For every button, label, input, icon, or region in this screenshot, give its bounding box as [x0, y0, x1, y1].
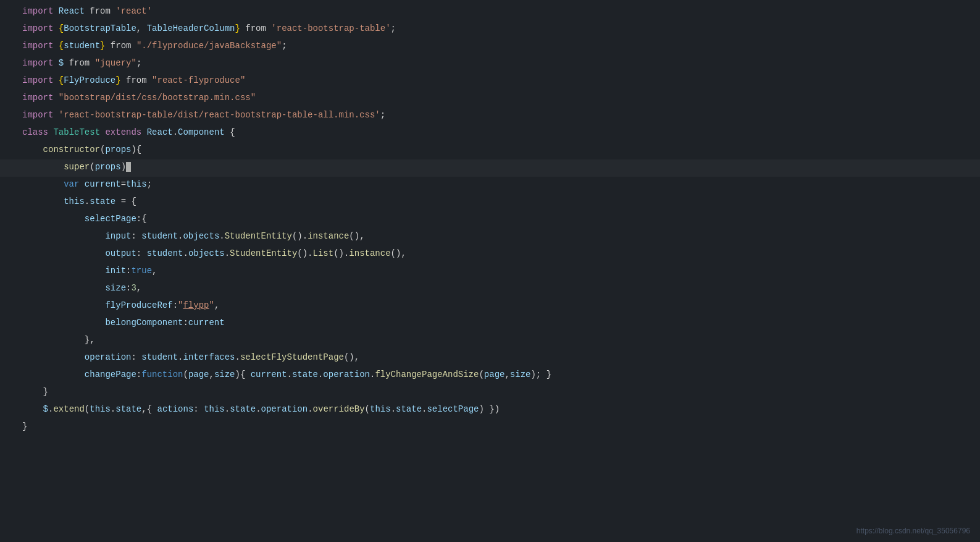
code-line-18: flyProduceRef:"flypp", [0, 298, 980, 315]
line-content-13: selectPage:{ [20, 212, 980, 226]
line-content-23: } [20, 385, 980, 399]
code-line-15: output: student.objects.StudentEntity().… [0, 246, 980, 263]
code-line-12: this.state = { [0, 194, 980, 211]
line-content-19: belongComponent:current [20, 316, 980, 329]
line-content-8: class TableTest extends React.Component … [20, 125, 980, 139]
line-content-20: }, [20, 333, 980, 347]
code-lines: import React from 'react' import {Bootst… [0, 0, 980, 440]
code-line-8: class TableTest extends React.Component … [0, 125, 980, 142]
line-content-1: import React from 'react' [20, 4, 980, 18]
code-line-16: init:true, [0, 263, 980, 281]
line-content-11: var current=this; [20, 177, 980, 191]
line-content-10: super(props) [20, 160, 980, 174]
code-line-1: import React from 'react' [0, 4, 980, 21]
code-line-17: size:3, [0, 281, 980, 298]
code-line-23: } [0, 384, 980, 402]
code-line-25: } [0, 419, 980, 436]
code-line-3: import {student} from "./flyproduce/java… [0, 38, 980, 56]
code-line-4: import $ from "jquery"; [0, 56, 980, 73]
code-line-11: var current=this; [0, 177, 980, 194]
line-content-16: init:true, [20, 264, 980, 277]
line-content-12: this.state = { [20, 195, 980, 208]
line-content-7: import 'react-bootstrap-table/dist/react… [20, 108, 980, 122]
code-line-2: import {BootstrapTable, TableHeaderColum… [0, 21, 980, 38]
line-content-25: } [20, 420, 980, 433]
line-content-21: operation: student.interfaces.selectFlyS… [20, 350, 980, 364]
code-line-6: import "bootstrap/dist/css/bootstrap.min… [0, 90, 980, 108]
line-content-6: import "bootstrap/dist/css/bootstrap.min… [20, 91, 980, 104]
line-content-18: flyProduceRef:"flypp", [20, 299, 980, 312]
watermark: https://blog.csdn.net/qq_35056796 [856, 525, 970, 537]
code-line-20: }, [0, 332, 980, 350]
line-content-24: $.extend(this.state,{ actions: this.stat… [20, 402, 980, 416]
line-content-9: constructor(props){ [20, 143, 980, 156]
line-content-2: import {BootstrapTable, TableHeaderColum… [20, 22, 980, 35]
code-line-21: operation: student.interfaces.selectFlyS… [0, 350, 980, 367]
line-content-3: import {student} from "./flyproduce/java… [20, 39, 980, 53]
line-content-15: output: student.objects.StudentEntity().… [20, 247, 980, 260]
code-line-14: input: student.objects.StudentEntity().i… [0, 229, 980, 246]
code-line-19: belongComponent:current [0, 315, 980, 332]
line-content-22: changePage:function(page,size){ current.… [20, 368, 980, 381]
code-editor: import React from 'react' import {Bootst… [0, 0, 980, 542]
code-line-9: constructor(props){ [0, 142, 980, 159]
code-line-5: import {FlyProduce} from "react-flyprodu… [0, 73, 980, 90]
line-content-17: size:3, [20, 281, 980, 295]
code-line-24: $.extend(this.state,{ actions: this.stat… [0, 402, 980, 419]
line-content-14: input: student.objects.StudentEntity().i… [20, 229, 980, 243]
code-line-7: import 'react-bootstrap-table/dist/react… [0, 108, 980, 125]
code-line-22: changePage:function(page,size){ current.… [0, 367, 980, 384]
code-line-13: selectPage:{ [0, 211, 980, 229]
line-content-4: import $ from "jquery"; [20, 56, 980, 70]
line-content-5: import {FlyProduce} from "react-flyprodu… [20, 74, 980, 87]
code-line-10: super(props) [0, 159, 980, 177]
